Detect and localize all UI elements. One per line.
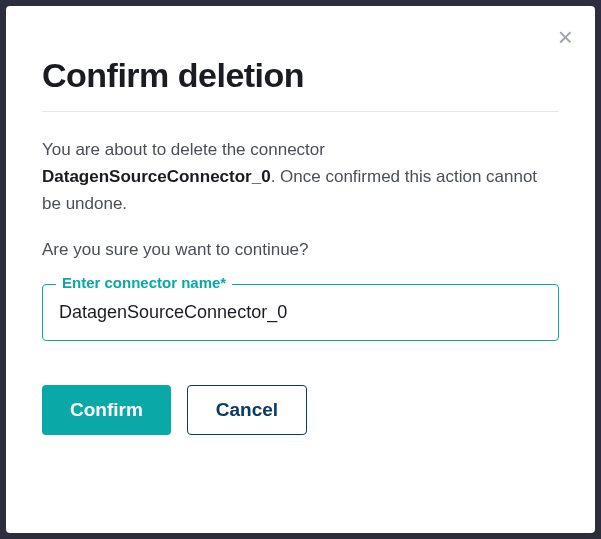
confirm-button[interactable]: Confirm — [42, 385, 171, 435]
close-icon: × — [558, 22, 573, 52]
confirm-deletion-modal: × Confirm deletion You are about to dele… — [6, 6, 595, 533]
modal-title: Confirm deletion — [42, 56, 559, 95]
divider — [42, 111, 559, 112]
confirm-prompt: Are you sure you want to continue? — [42, 240, 559, 260]
connector-name-input[interactable] — [42, 284, 559, 341]
button-row: Confirm Cancel — [42, 385, 559, 435]
cancel-button[interactable]: Cancel — [187, 385, 307, 435]
body-prefix: You are about to delete the connector — [42, 140, 325, 159]
connector-name: DatagenSourceConnector_0 — [42, 167, 271, 186]
connector-name-field-wrapper: Enter connector name* — [42, 284, 559, 341]
modal-body-text: You are about to delete the connector Da… — [42, 136, 559, 218]
close-button[interactable]: × — [554, 20, 577, 54]
connector-name-label: Enter connector name* — [56, 274, 232, 291]
